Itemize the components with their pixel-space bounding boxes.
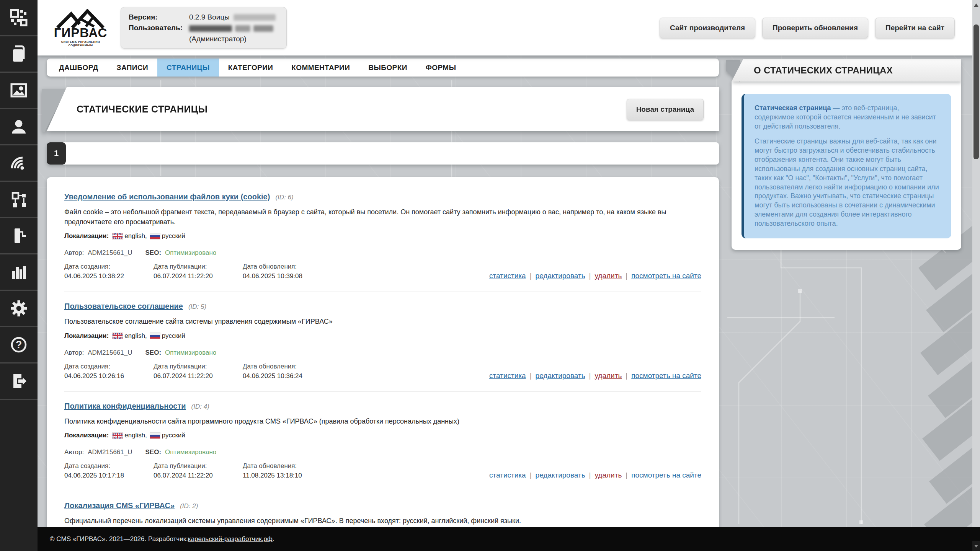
lang-english: english,: [124, 432, 147, 439]
sidebar-item-structure[interactable]: [0, 182, 38, 218]
author-value: ADM215661_U: [88, 249, 132, 257]
author-value: ADM215661_U: [88, 448, 132, 456]
help-question-icon: ?: [10, 336, 28, 354]
uk-flag-icon: [113, 233, 122, 239]
sidebar-item-users[interactable]: [0, 109, 38, 145]
goto-site-button[interactable]: Перейти на сайт: [875, 18, 955, 38]
localizations-row: Локализации: english, русский: [64, 332, 701, 340]
scrollbar-thumb[interactable]: [973, 24, 979, 159]
app-logo[interactable]: ГИРВАС СИСТЕМА УПРАВЛЕНИЯ СОДЕРЖИМЫМ: [49, 9, 112, 47]
view-on-site-link[interactable]: посмотреть на сайте: [631, 471, 701, 479]
screen: ? ГИРВАС СИСТЕМА УПРАВЛЕН: [0, 0, 980, 551]
stats-link[interactable]: статистика: [489, 471, 526, 479]
date-published: Дата публикации: 06.07.2024 11:22:20: [154, 462, 243, 479]
sidebar-item-help[interactable]: ?: [0, 327, 38, 364]
page-description: Политика конфиденциальности сайта програ…: [64, 417, 700, 427]
published-label: Дата публикации:: [154, 462, 243, 470]
localizations-row: Локализации: english, русский: [64, 232, 701, 240]
separator: |: [589, 372, 591, 380]
page-title-link[interactable]: Пользовательское соглашение: [64, 302, 183, 311]
tab-forms[interactable]: ФОРМЫ: [416, 59, 466, 77]
version-row: Версия: 0.2.9 Воицы: [129, 12, 279, 23]
sidebar-item-dashboard[interactable]: [0, 0, 38, 36]
page-id: (ID: 2): [180, 502, 198, 510]
page-item: Пользовательское соглашение (ID: 5) Поль…: [64, 292, 701, 391]
date-updated: Дата обновления: 04.06.2025 10:36:24: [243, 363, 332, 380]
view-on-site-link[interactable]: посмотреть на сайте: [631, 372, 701, 380]
delete-link[interactable]: удалить: [595, 272, 622, 280]
logout-icon: [10, 372, 28, 390]
sidebar-item-feed[interactable]: [0, 145, 38, 182]
tab-pages[interactable]: СТРАНИЦЫ: [157, 59, 219, 77]
date-updated: Дата обновления: 04.06.2025 10:39:08: [243, 263, 332, 280]
manufacturer-site-button[interactable]: Сайт производителя: [660, 18, 755, 38]
scrollbar[interactable]: [972, 0, 980, 527]
published-value: 06.07.2024 11:22:20: [154, 472, 243, 479]
page-header-band: СТАТИЧЕСКИЕ СТРАНИЦЫ Новая страница: [47, 87, 719, 131]
info-lead: Статическая страница: [755, 104, 831, 112]
gear-icon: [10, 299, 28, 318]
scrollbar-down-arrow[interactable]: [972, 541, 980, 551]
tab-dashboard[interactable]: ДАШБОРД: [50, 59, 108, 77]
edit-link[interactable]: редактировать: [536, 372, 585, 380]
meta-row: Автор: ADM215661_U SEO: Оптимизировано: [64, 249, 701, 257]
dashboard-grid-icon: [10, 8, 28, 27]
item-actions: статистика|редактировать|удалить|посмотр…: [489, 372, 701, 380]
meta-row: Автор: ADM215661_U SEO: Оптимизировано: [64, 448, 701, 456]
uk-flag-icon: [113, 333, 122, 339]
pagination: 1: [47, 142, 719, 165]
date-updated: Дата обновления: 11.08.2025 13:18:10: [243, 462, 332, 479]
page-title-link[interactable]: Политика конфиденциальности: [64, 402, 186, 411]
redacted-username: [235, 25, 250, 32]
separator: |: [589, 272, 591, 280]
sidebar-item-pages[interactable]: [0, 36, 38, 73]
sidebar-item-media[interactable]: [0, 73, 38, 109]
page-title-link[interactable]: Уведомление об использовании файлов куки…: [64, 192, 270, 201]
updated-value: 04.06.2025 10:39:08: [243, 272, 332, 280]
sidebar-item-logout[interactable]: [0, 364, 38, 400]
edit-link[interactable]: редактировать: [536, 471, 585, 479]
redacted-username: [189, 25, 232, 32]
sidebar-item-settings[interactable]: [0, 291, 38, 327]
tab-comments[interactable]: КОММЕНТАРИИ: [282, 59, 359, 77]
pagination-bar: [63, 142, 719, 165]
item-actions: статистика|редактировать|удалить|посмотр…: [489, 471, 701, 479]
check-updates-button[interactable]: Проверить обновления: [762, 18, 868, 38]
version-label: Версия:: [129, 12, 189, 23]
delete-link[interactable]: удалить: [595, 471, 622, 479]
page-title-link[interactable]: Локализация CMS «ГИРВАС»: [64, 501, 175, 510]
page-description: Файл cookie – это небольшой фрагмент тек…: [64, 207, 700, 227]
developer-link[interactable]: карельский-разработчик.рф: [188, 535, 273, 543]
tab-categories[interactable]: КАТЕГОРИИ: [219, 59, 283, 77]
scrollbar-up-arrow-icon[interactable]: [974, 3, 978, 7]
created-value: 04.06.2025 10:26:16: [64, 372, 154, 380]
edit-link[interactable]: редактировать: [536, 272, 585, 280]
tab-records[interactable]: ЗАПИСИ: [108, 59, 157, 77]
scrollbar-down-arrow-icon: [974, 545, 978, 548]
page-title: СТАТИЧЕСКИЕ СТРАНИЦЫ: [77, 104, 207, 115]
lang-russian: русский: [162, 432, 185, 439]
new-page-button[interactable]: Новая страница: [627, 99, 704, 120]
sidebar-item-door[interactable]: [0, 218, 38, 254]
pagination-page-1[interactable]: 1: [47, 142, 66, 165]
left-sidebar: ?: [0, 0, 38, 551]
sidebar-item-statistics[interactable]: [0, 254, 38, 291]
info-header-band: О СТАТИЧЕСКИХ СТРАНИЦАХ: [732, 59, 961, 82]
ru-flag-icon: [150, 333, 160, 339]
svg-text:?: ?: [16, 339, 22, 350]
stats-link[interactable]: статистика: [489, 372, 526, 380]
version-value: 0.2.9 Воицы: [189, 12, 279, 23]
author-label: Автор:: [64, 349, 84, 357]
published-value: 06.07.2024 11:22:20: [154, 272, 243, 280]
info-card: Статическая страница — это веб-страница,…: [732, 82, 961, 250]
page-id: (ID: 6): [275, 194, 293, 201]
ru-flag-icon: [150, 433, 160, 439]
view-on-site-link[interactable]: посмотреть на сайте: [631, 272, 701, 280]
stats-link[interactable]: статистика: [489, 272, 526, 280]
pages-list: Уведомление об использовании файлов куки…: [47, 177, 719, 551]
tab-selections[interactable]: ВЫБОРКИ: [359, 59, 416, 77]
user-value: (Администратор): [189, 23, 276, 44]
published-label: Дата публикации:: [154, 363, 243, 370]
delete-link[interactable]: удалить: [595, 372, 622, 380]
page-item-header: Уведомление об использовании файлов куки…: [64, 192, 701, 201]
